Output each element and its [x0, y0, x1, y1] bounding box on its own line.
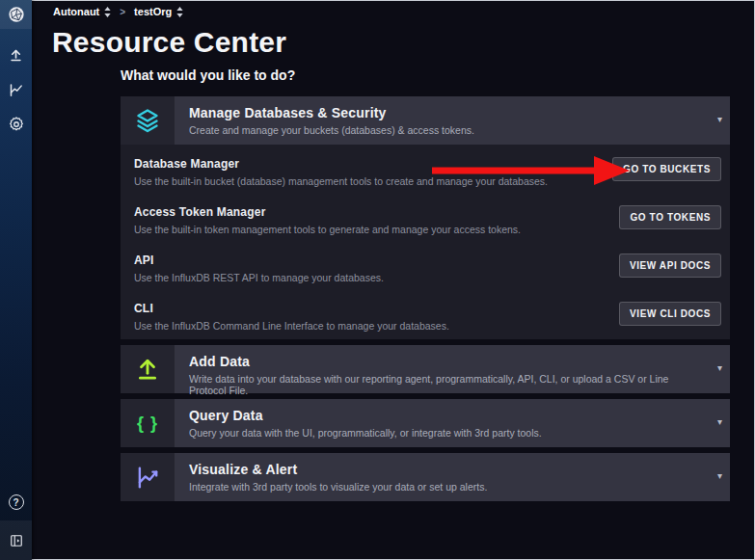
card-description: Query your data with the UI, programmati… [189, 427, 705, 439]
card-title: Add Data [189, 354, 705, 369]
card-header-text: Manage Databases & Security Create and m… [175, 96, 730, 145]
breadcrumb-suborg-dropdown[interactable]: testOrg [134, 6, 183, 17]
card-header-visualize-alert[interactable]: Visualize & Alert Integrate with 3rd par… [121, 453, 730, 501]
section-description: Use the InfluxDB REST API to manage your… [134, 272, 614, 283]
card-query-data: { } Query Data Query your data with the … [121, 399, 730, 447]
section-description: Use the built-in bucket (database) manag… [134, 175, 614, 187]
org-name: Autonaut [53, 6, 99, 17]
left-nav-sidebar: ? [0, 0, 32, 560]
data-explorer-graph-icon[interactable] [0, 79, 32, 100]
breadcrumb: Autonaut > testOrg [53, 6, 183, 17]
card-header-text: Visualize & Alert Integrate with 3rd par… [175, 453, 730, 501]
card-header-text: Query Data Query your data with the UI, … [175, 399, 730, 447]
influxdb-logo[interactable] [0, 0, 32, 29]
page-title: Resource Center [52, 26, 286, 59]
card-description: Integrate with 3rd party tools to visual… [189, 481, 705, 493]
updown-caret-icon [176, 7, 183, 17]
card-visualize-alert: Visualize & Alert Integrate with 3rd par… [121, 453, 730, 501]
line-chart-icon [121, 453, 175, 501]
chevron-down-icon[interactable]: ▾ [717, 115, 722, 124]
section-title: CLI [134, 302, 614, 315]
section-title: Access Token Manager [134, 205, 614, 219]
card-title: Query Data [189, 408, 705, 423]
card-title: Manage Databases & Security [189, 105, 705, 120]
expand-sidebar-button[interactable] [0, 520, 32, 560]
card-description: Write data into your database with our r… [189, 373, 705, 396]
breadcrumb-separator: > [120, 7, 125, 17]
go-to-tokens-button[interactable]: GO TO TOKENS [619, 205, 721, 229]
card-header-query-data[interactable]: { } Query Data Query your data with the … [121, 399, 730, 447]
chevron-down-icon[interactable]: ▾ [717, 471, 722, 481]
settings-gear-icon[interactable] [0, 114, 32, 135]
view-cli-docs-button[interactable]: VIEW CLI DOCS [619, 302, 721, 326]
question-mark-icon: ? [9, 494, 24, 510]
chevron-down-icon[interactable]: ▾ [717, 417, 722, 427]
sub-org-name: testOrg [134, 6, 172, 17]
card-body-manage-databases: Database Manager Use the built-in bucket… [121, 145, 730, 339]
section-cli: CLI Use the InfluxDB Command Line Interf… [121, 289, 730, 337]
expand-sidebar-icon [10, 534, 23, 547]
breadcrumb-org-dropdown[interactable]: Autonaut [53, 6, 111, 17]
resource-cards: Manage Databases & Security Create and m… [121, 96, 730, 501]
card-description: Create and manage your buckets (database… [189, 124, 705, 136]
card-header-manage-databases[interactable]: Manage Databases & Security Create and m… [121, 96, 730, 145]
section-database-manager: Database Manager Use the built-in bucket… [121, 145, 730, 193]
layers-icon [121, 96, 175, 145]
section-access-token-manager: Access Token Manager Use the built-in to… [121, 193, 730, 241]
card-add-data: Add Data Write data into your database w… [121, 345, 730, 393]
card-title: Visualize & Alert [189, 462, 705, 477]
upload-icon [121, 345, 175, 393]
updown-caret-icon [104, 7, 111, 17]
card-header-text: Add Data Write data into your database w… [175, 345, 730, 393]
go-to-buckets-button[interactable]: GO TO BUCKETS [612, 157, 721, 181]
help-icon[interactable]: ? [0, 494, 32, 510]
section-description: Use the built-in token management tools … [134, 224, 614, 235]
resource-center-page: ? Autonaut > testOrg Reso [0, 0, 755, 560]
curly-braces-icon: { } [121, 399, 175, 447]
chevron-down-icon[interactable]: ▾ [717, 363, 722, 373]
section-api: API Use the InfluxDB REST API to manage … [121, 241, 730, 289]
influxdb-logo-icon [8, 6, 25, 23]
load-data-upload-icon[interactable] [0, 44, 32, 66]
card-header-add-data[interactable]: Add Data Write data into your database w… [121, 345, 730, 393]
section-title: API [134, 253, 614, 267]
section-title: Database Manager [134, 157, 614, 171]
section-description: Use the InfluxDB Command Line Interface … [134, 320, 614, 332]
view-api-docs-button[interactable]: VIEW API DOCS [619, 253, 721, 278]
card-manage-databases-security: Manage Databases & Security Create and m… [121, 96, 730, 339]
page-subtitle: What would you like to do? [121, 67, 295, 83]
